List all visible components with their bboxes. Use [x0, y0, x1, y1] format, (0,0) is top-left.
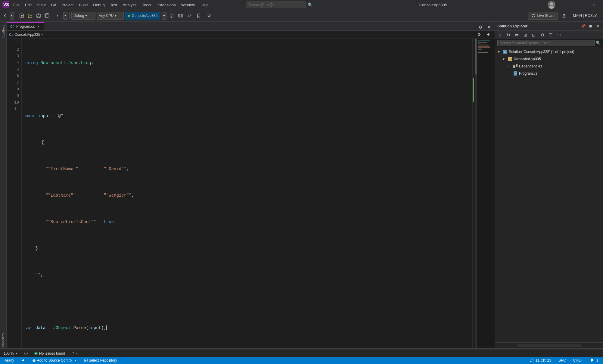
- live-share-button[interactable]: Live Share: [528, 12, 558, 20]
- menu-analyze[interactable]: Analyze: [120, 2, 139, 8]
- properties-label[interactable]: Properties: [2, 332, 5, 348]
- se-sync-button[interactable]: ⇄: [513, 31, 521, 39]
- se-settings-button[interactable]: ⚙: [538, 31, 546, 39]
- se-more-button[interactable]: [555, 31, 563, 39]
- menu-window[interactable]: Window: [179, 2, 197, 8]
- new-project-button[interactable]: [18, 12, 26, 20]
- people-icon[interactable]: [560, 12, 568, 20]
- svg-point-3: [550, 2, 553, 5]
- encoding-indicator[interactable]: SPC: [557, 357, 567, 364]
- run-dropdown[interactable]: ▾: [162, 12, 166, 20]
- line-num-1[interactable]: 1: [7, 40, 19, 46]
- se-filter-button[interactable]: [547, 31, 555, 39]
- se-programcs-node[interactable]: C# Program.cs: [495, 70, 603, 77]
- svg-rect-9: [38, 14, 39, 15]
- zoom-indicator[interactable]: 100 %: [2, 351, 19, 356]
- line-num-5[interactable]: 5: [7, 66, 19, 73]
- line-num-4[interactable]: 4: [7, 60, 19, 66]
- add-to-source-control-button[interactable]: Add to Source Control: [31, 357, 78, 364]
- menu-debug[interactable]: Debug: [91, 2, 107, 8]
- menu-edit[interactable]: Edit: [23, 2, 34, 8]
- menu-extensions[interactable]: Extensions: [154, 2, 178, 8]
- search-icon: 🔍: [308, 2, 313, 7]
- source-control-up-icon[interactable]: [20, 357, 26, 364]
- tab-settings-button[interactable]: ⚙: [477, 24, 484, 30]
- line-num-8[interactable]: 8: [7, 86, 19, 93]
- user-avatar[interactable]: [548, 1, 555, 9]
- device-button[interactable]: [177, 12, 185, 20]
- program-cs-tab[interactable]: C# Program.cs ✕: [7, 22, 44, 30]
- se-solution-node[interactable]: ▼ SLN Solution 'ConsoleApp335' (1 of 1 p…: [495, 48, 603, 55]
- platform-arrow: ▾: [115, 14, 117, 18]
- line-num-9[interactable]: 9: [7, 93, 19, 99]
- solution-explorer: Solution Explorer 📌 ⊞ ✕ ⌂ ↻ ⇄ ⊞ ⊟ ⚙: [495, 22, 603, 348]
- fire-button[interactable]: ▾: [70, 351, 79, 356]
- se-expand-button[interactable]: ⊞: [587, 23, 593, 29]
- save-button[interactable]: [35, 12, 42, 20]
- debug-config-label: Debug: [73, 14, 84, 18]
- toolbox-label[interactable]: Toolbox: [2, 23, 5, 40]
- se-search-input[interactable]: [497, 40, 595, 46]
- breadcrumb-add-button[interactable]: +: [484, 31, 492, 39]
- undo-button[interactable]: ↩: [55, 12, 63, 20]
- bookmarks-button[interactable]: [195, 12, 203, 20]
- code-line-5: ""FirstName"" : ""David"",: [25, 166, 472, 172]
- line-col-indicator[interactable]: Ln: 11 Ch: 23: [528, 357, 552, 364]
- code-content[interactable]: using Newtonsoft.Json.Linq; ⊟ var input …: [22, 39, 472, 348]
- notifications-button[interactable]: 1: [589, 357, 601, 364]
- se-refresh-button[interactable]: ↻: [505, 31, 512, 39]
- breadcrumb-settings-button[interactable]: ⚙: [475, 31, 483, 39]
- tab-close-button[interactable]: ✕: [36, 24, 40, 29]
- svg-rect-16: [179, 14, 183, 17]
- line-num-2[interactable]: 2: [7, 46, 19, 53]
- menu-git[interactable]: Git: [48, 2, 58, 8]
- collapse-arrow-3[interactable]: ⊟: [25, 113, 28, 119]
- line-num-10[interactable]: 10: [7, 99, 19, 106]
- code-line-10: [25, 298, 472, 305]
- ready-status[interactable]: Ready: [2, 357, 15, 364]
- editor-scrollbar[interactable]: [472, 39, 477, 348]
- undo-dropdown[interactable]: ▾: [63, 12, 67, 20]
- se-dependencies-node[interactable]: › Dependencies: [495, 63, 603, 70]
- menu-help[interactable]: Help: [198, 2, 211, 8]
- menu-build[interactable]: Build: [76, 2, 90, 8]
- select-repository-button[interactable]: Select Repository: [83, 357, 118, 364]
- back-button[interactable]: [1, 12, 9, 20]
- back-dropdown[interactable]: ▾: [10, 12, 14, 20]
- hover-info-button[interactable]: i: [23, 351, 29, 356]
- se-project-node[interactable]: ▼ C# ConsoleApp335: [495, 55, 603, 63]
- notification-count: 1: [595, 359, 599, 362]
- title-search-input[interactable]: [246, 2, 306, 8]
- breadcrumb-project[interactable]: ConsoleApp335: [14, 33, 40, 37]
- no-issues-indicator[interactable]: No issues found: [33, 351, 66, 356]
- platform-dropdown[interactable]: Any CPU ▾: [97, 12, 124, 20]
- run-button[interactable]: ▶ ConsoleApp335: [125, 12, 160, 20]
- line-num-6[interactable]: 6: [7, 73, 19, 79]
- main-layout: Toolbox Properties C# Program.cs ✕ ⚙ ✕ C…: [0, 22, 603, 348]
- se-pin-button[interactable]: 📌: [580, 23, 586, 29]
- perf-button[interactable]: [186, 12, 194, 20]
- menu-file[interactable]: File: [11, 2, 22, 8]
- debug-config-dropdown[interactable]: Debug ▾: [71, 12, 95, 20]
- se-home-button[interactable]: ⌂: [496, 31, 504, 39]
- minimize-button[interactable]: ─: [559, 0, 573, 10]
- menu-tools[interactable]: Tools: [140, 2, 154, 8]
- maximize-button[interactable]: □: [573, 0, 587, 10]
- menu-test[interactable]: Test: [108, 2, 120, 8]
- eol-indicator[interactable]: CRLF: [572, 357, 584, 364]
- line-num-7[interactable]: 7: [7, 79, 19, 86]
- se-expand-all-button[interactable]: ⊞: [521, 31, 529, 39]
- save-all-button[interactable]: [43, 12, 51, 20]
- line-num-3[interactable]: 3: [7, 53, 19, 60]
- open-project-button[interactable]: [26, 12, 34, 20]
- se-collapse-all-button[interactable]: ⊟: [530, 31, 538, 39]
- menu-project[interactable]: Project: [59, 2, 76, 8]
- tab-close-all-button[interactable]: ✕: [485, 24, 493, 30]
- close-button[interactable]: ×: [587, 0, 601, 10]
- menu-view[interactable]: View: [35, 2, 48, 8]
- window-controls: ─ □ ×: [559, 0, 601, 10]
- se-scrollbar[interactable]: [517, 344, 581, 347]
- attach-button[interactable]: [168, 12, 176, 20]
- se-close-button[interactable]: ✕: [595, 23, 601, 29]
- line-num-11[interactable]: 11: [7, 106, 19, 113]
